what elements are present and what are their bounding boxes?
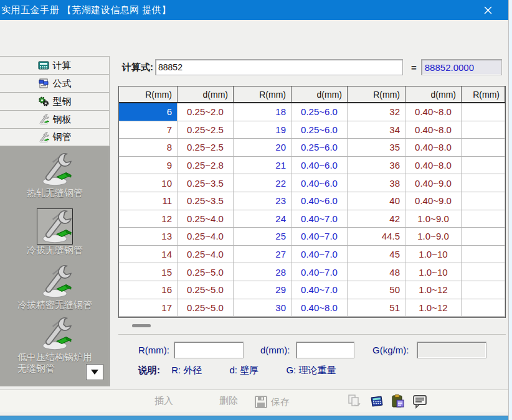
table-cell[interactable]: 0.40~8.0: [405, 157, 462, 174]
table-cell[interactable]: 25: [234, 228, 292, 245]
table-cell[interactable]: 45: [348, 246, 405, 263]
table-cell[interactable]: 0.25~4.0: [178, 210, 234, 228]
table-cell[interactable]: [462, 103, 505, 121]
calculator-tool-icon[interactable]: [369, 394, 384, 409]
scrollbar-thumb[interactable]: [132, 324, 151, 327]
table-cell[interactable]: 0.25~5.0: [178, 263, 234, 281]
table-cell[interactable]: 0.40~8.0: [405, 103, 462, 121]
table-cell[interactable]: 44.5: [348, 228, 405, 245]
table-cell[interactable]: 0.25~3.5: [178, 192, 234, 210]
table-cell[interactable]: 0.40~7.0: [292, 210, 348, 228]
table-cell[interactable]: 0.25~2.8: [178, 157, 234, 174]
sidebar-item-formula[interactable]: 公式: [0, 74, 110, 92]
table-cell[interactable]: [462, 210, 505, 228]
table-cell[interactable]: 0.25~4.0: [178, 228, 234, 245]
table-cell[interactable]: 1.0~12: [405, 299, 462, 317]
table-cell[interactable]: 0.40~9.0: [405, 192, 462, 210]
table-cell[interactable]: 13: [119, 228, 178, 245]
table-cell[interactable]: 7: [119, 121, 178, 139]
table-cell[interactable]: 51: [348, 299, 405, 317]
table-cell[interactable]: 50: [348, 281, 405, 299]
table-cell[interactable]: 1.0~10: [405, 246, 462, 263]
table-cell[interactable]: 29: [234, 281, 292, 299]
table-cell[interactable]: 30: [234, 299, 292, 317]
table-cell[interactable]: 0.25~6.0: [292, 103, 348, 121]
table-cell[interactable]: 1.0~10: [405, 263, 462, 281]
table-cell[interactable]: 6: [119, 103, 178, 121]
table-cell[interactable]: 1.0~12: [405, 281, 462, 299]
table-cell[interactable]: 10: [119, 174, 178, 192]
table-cell[interactable]: [462, 192, 505, 210]
table-cell[interactable]: 0.40~6.0: [292, 174, 348, 192]
table-cell[interactable]: 20: [234, 139, 292, 156]
table-cell[interactable]: 0.25~4.0: [178, 246, 234, 263]
table-cell[interactable]: 0.25~2.5: [178, 139, 234, 156]
pipe-type-cold-drawn[interactable]: 冷拔无缝钢管: [0, 208, 110, 256]
r-input[interactable]: [174, 342, 243, 358]
copy-document-icon[interactable]: [347, 394, 362, 409]
table-cell[interactable]: 40: [348, 192, 405, 210]
horizontal-scrollbar[interactable]: [118, 321, 506, 330]
table-cell[interactable]: 16: [119, 281, 178, 299]
sidebar-item-calculate[interactable]: 计算: [0, 56, 110, 74]
sidebar-item-section-steel[interactable]: 型钢: [0, 92, 110, 110]
table-cell[interactable]: 18: [234, 103, 292, 121]
table-cell[interactable]: 36: [348, 157, 405, 174]
table-cell[interactable]: [462, 174, 505, 192]
table-cell[interactable]: 0.40~7.0: [292, 228, 348, 245]
table-cell[interactable]: 0.40~8.0: [292, 299, 348, 317]
table-cell[interactable]: 1.0~9.0: [405, 210, 462, 228]
table-cell[interactable]: 24: [234, 210, 292, 228]
table-cell[interactable]: 32: [348, 103, 405, 121]
table-cell[interactable]: 0.25~3.5: [178, 174, 234, 192]
close-button[interactable]: [473, 0, 502, 20]
d-input[interactable]: [296, 342, 354, 358]
clipboard-paste-icon[interactable]: [391, 394, 405, 409]
table-cell[interactable]: 0.40~7.0: [292, 246, 348, 263]
table-cell[interactable]: 19: [234, 121, 292, 139]
table-cell[interactable]: 27: [234, 246, 292, 263]
table-cell[interactable]: 23: [234, 192, 292, 210]
sidebar-item-steel-plate[interactable]: 钢板: [0, 110, 110, 128]
table-cell[interactable]: 0.40~7.0: [292, 281, 348, 299]
table-cell[interactable]: 15: [119, 263, 178, 281]
insert-button[interactable]: 插入: [154, 395, 173, 407]
table-cell[interactable]: [462, 157, 505, 174]
table-cell[interactable]: 0.25~6.0: [292, 121, 348, 139]
comment-icon[interactable]: [412, 394, 427, 409]
table-cell[interactable]: 8: [119, 139, 178, 156]
table-cell[interactable]: 34: [348, 121, 405, 139]
table-cell[interactable]: 0.40~6.0: [292, 157, 348, 174]
pipe-type-cold-drawn-precision[interactable]: 冷拔精密无缝钢管: [0, 263, 110, 310]
table-cell[interactable]: 42: [348, 210, 405, 228]
sidebar-item-steel-pipe[interactable]: 钢管: [0, 128, 110, 146]
table-cell[interactable]: [462, 121, 505, 139]
table-cell[interactable]: 21: [234, 157, 292, 174]
pipe-type-dropdown-button[interactable]: [86, 364, 103, 380]
table-cell[interactable]: 17: [119, 299, 178, 317]
table-cell[interactable]: 0.40~8.0: [405, 139, 462, 156]
table-cell[interactable]: 22: [234, 174, 292, 192]
table-cell[interactable]: [462, 228, 505, 245]
delete-button[interactable]: 删除: [219, 395, 238, 407]
table-cell[interactable]: [462, 139, 505, 156]
table-cell[interactable]: 0.40~6.0: [292, 192, 348, 210]
table-cell[interactable]: 0.25~5.0: [178, 281, 234, 299]
table-cell[interactable]: 14: [119, 246, 178, 263]
pipe-type-hot-rolled[interactable]: 热轧无缝钢管: [0, 151, 110, 198]
table-cell[interactable]: [462, 281, 505, 299]
table-cell[interactable]: 0.25~6.0: [292, 139, 348, 156]
table-cell[interactable]: 0.40~7.0: [292, 263, 348, 281]
table-cell[interactable]: 1.0~9.0: [405, 228, 462, 245]
calc-expression-input[interactable]: [156, 60, 402, 75]
table-cell[interactable]: 9: [119, 157, 178, 174]
table-cell[interactable]: 0.25~5.0: [178, 299, 234, 317]
table-cell[interactable]: 38: [348, 174, 405, 192]
table-cell[interactable]: 0.25~2.5: [178, 121, 234, 139]
table-cell[interactable]: 48: [348, 263, 405, 281]
table-cell[interactable]: 0.40~9.0: [405, 174, 462, 192]
table-cell[interactable]: 11: [119, 192, 178, 210]
save-button[interactable]: 保存: [254, 395, 290, 409]
table-cell[interactable]: 0.25~2.0: [178, 103, 234, 121]
table-cell[interactable]: [462, 246, 505, 263]
